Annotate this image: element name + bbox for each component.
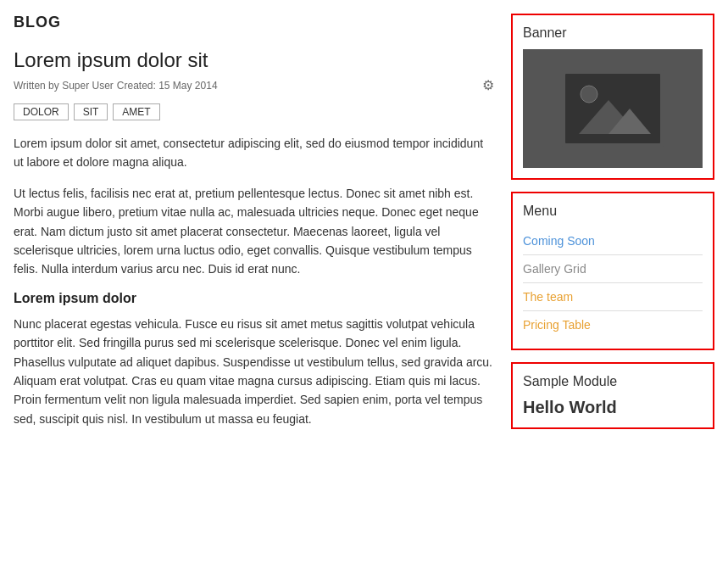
article-para3: Nunc placerat egestas vehicula. Fusce eu… [14, 315, 494, 428]
blog-title: BLOG [14, 14, 494, 31]
article-author: Written by Super User [14, 80, 114, 92]
menu-title: Menu [523, 204, 703, 219]
menu-box: Menu Coming SoonGallery GridThe teamPric… [511, 192, 714, 350]
banner-image [523, 49, 703, 168]
menu-list-item[interactable]: Pricing Table [523, 311, 703, 338]
menu-list-item[interactable]: The team [523, 283, 703, 311]
article-meta: Written by Super User Created: 15 May 20… [14, 77, 494, 93]
banner-box: Banner [511, 14, 714, 180]
gear-icon[interactable]: ⚙ [482, 77, 494, 93]
tag-item[interactable]: SIT [74, 103, 108, 120]
tag-item[interactable]: AMET [113, 103, 159, 120]
sample-module-title: Sample Module [523, 374, 703, 389]
article-para2: Ut lectus felis, facilisis nec erat at, … [14, 184, 494, 279]
sidebar: Banner Menu Coming SoonGallery GridThe t… [511, 14, 714, 441]
tag-list: DOLORSITAMET [14, 103, 494, 120]
menu-link[interactable]: Coming Soon [523, 234, 595, 248]
article-created: Created: 15 May 2014 [117, 80, 218, 92]
menu-link[interactable]: The team [523, 290, 573, 304]
banner-title: Banner [523, 25, 703, 41]
article-title: Lorem ipsum dolor sit [14, 48, 494, 72]
svg-point-4 [581, 86, 597, 103]
tag-item[interactable]: DOLOR [14, 103, 69, 120]
menu-link[interactable]: Gallery Grid [523, 262, 586, 276]
menu-list-item[interactable]: Coming Soon [523, 227, 703, 255]
menu-list: Coming SoonGallery GridThe teamPricing T… [523, 227, 703, 338]
article-subheading: Lorem ipsum dolor [14, 291, 494, 306]
article-body: Lorem ipsum dolor sit amet, consectetur … [14, 134, 494, 428]
sample-module-box: Sample Module Hello World [511, 362, 714, 429]
article-para1: Lorem ipsum dolor sit amet, consectetur … [14, 134, 494, 172]
sample-module-subtitle: Hello World [523, 398, 703, 417]
menu-list-item[interactable]: Gallery Grid [523, 255, 703, 283]
main-content: BLOG Lorem ipsum dolor sit Written by Su… [14, 14, 494, 441]
menu-link[interactable]: Pricing Table [523, 318, 591, 332]
